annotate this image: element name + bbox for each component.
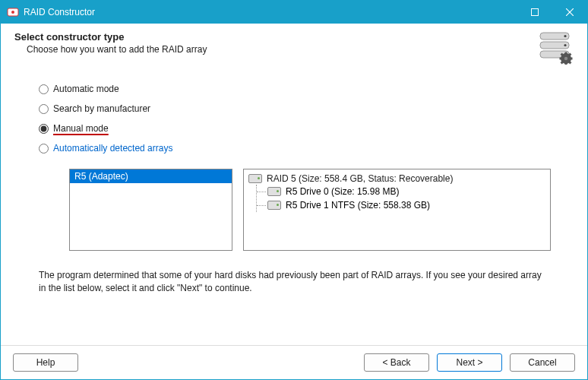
array-list-panel[interactable]: R5 (Adaptec) [69, 169, 232, 251]
close-button[interactable] [552, 1, 587, 24]
svg-rect-15 [560, 58, 562, 60]
array-list-item-selected[interactable]: R5 (Adaptec) [70, 169, 232, 183]
tree-child-label: R5 Drive 1 NTFS (Size: 558.38 GB) [286, 200, 430, 211]
description-text: The program determined that some of your… [39, 269, 557, 295]
radio-label: Automatically detected arrays [53, 143, 172, 154]
help-button[interactable]: Help [13, 353, 78, 372]
content-area: Automatic mode Search by manufacturer Ma… [1, 70, 587, 345]
svg-rect-14 [565, 63, 567, 65]
svg-rect-13 [565, 52, 567, 55]
disk-icon [267, 201, 281, 210]
disk-icon [248, 174, 262, 183]
radio-search-by-manufacturer[interactable]: Search by manufacturer [39, 103, 557, 114]
svg-rect-16 [571, 58, 573, 60]
raid-icon [537, 31, 574, 67]
window-title: RAID Constructor [24, 7, 95, 17]
tree-root[interactable]: RAID 5 (Size: 558.4 GB, Status: Recovera… [248, 173, 545, 185]
svg-point-6 [564, 35, 566, 37]
next-button[interactable]: Next > [437, 353, 502, 372]
radio-automatically-detected-arrays[interactable]: Automatically detected arrays [39, 143, 557, 154]
page-title: Select constructor type [14, 31, 207, 43]
maximize-button[interactable] [517, 1, 552, 24]
titlebar: RAID Constructor [1, 1, 587, 24]
tree-child-drive-1[interactable]: R5 Drive 1 NTFS (Size: 558.38 GB) [257, 198, 545, 212]
radio-manual-mode[interactable]: Manual mode [39, 123, 557, 134]
tree-child-drive-0[interactable]: R5 Drive 0 (Size: 15.98 MB) [257, 185, 545, 198]
cancel-button[interactable]: Cancel [510, 353, 575, 372]
svg-point-1 [11, 11, 14, 14]
page-subtitle: Choose how you want to add the RAID arra… [27, 44, 207, 55]
svg-point-8 [564, 44, 566, 46]
radio-label: Automatic mode [53, 84, 119, 94]
radio-automatic-mode[interactable]: Automatic mode [39, 84, 557, 94]
array-details-panel: RAID 5 (Size: 558.4 GB, Status: Recovera… [243, 169, 551, 251]
disk-icon [267, 187, 281, 196]
svg-rect-2 [532, 9, 539, 16]
constructor-type-group: Automatic mode Search by manufacturer Ma… [39, 84, 557, 154]
footer: Help < Back Next > Cancel [1, 345, 587, 379]
radio-label: Search by manufacturer [53, 103, 150, 114]
back-button[interactable]: < Back [364, 353, 429, 372]
tree-child-label: R5 Drive 0 (Size: 15.98 MB) [286, 186, 399, 197]
tree-root-label: RAID 5 (Size: 558.4 GB, Status: Recovera… [267, 173, 453, 184]
svg-point-12 [564, 57, 567, 60]
page-header: Select constructor type Choose how you w… [1, 24, 587, 70]
panels: R5 (Adaptec) RAID 5 (Size: 558.4 GB, Sta… [69, 169, 557, 251]
radio-label: Manual mode [53, 123, 109, 134]
app-icon [7, 6, 19, 18]
